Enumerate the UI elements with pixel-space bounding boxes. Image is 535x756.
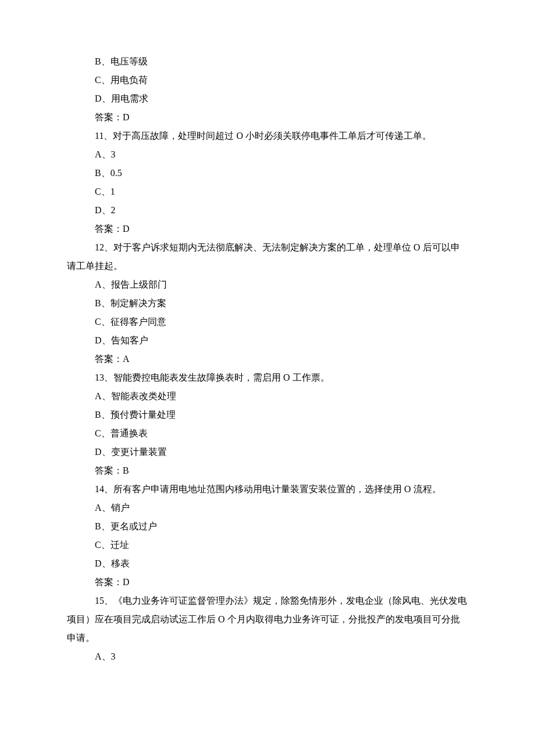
text-line: 答案：D: [67, 573, 468, 592]
text-line: 答案：A: [67, 350, 468, 368]
text-line: C、1: [67, 182, 468, 201]
text-line: B、更名或过户: [67, 517, 468, 536]
text-line: 11、对于高压故障，处理时间超过 O 小时必须关联停电事件工单后才可传递工单。: [67, 127, 468, 145]
text-line: A、3: [67, 647, 468, 666]
text-line: C、用电负荷: [67, 71, 468, 89]
text-line: A、3: [67, 145, 468, 164]
text-line: D、变更计量装置: [67, 443, 468, 461]
text-line: B、电压等级: [67, 52, 468, 71]
text-line: A、销户: [67, 499, 468, 517]
text-line: D、2: [67, 201, 468, 220]
text-line: D、移表: [67, 554, 468, 573]
text-line: C、普通换表: [67, 424, 468, 443]
document-body: B、电压等级C、用电负荷D、用电需求答案：D11、对于高压故障，处理时间超过 O…: [67, 52, 468, 666]
text-line: 13、智能费控电能表发生故障换表时，需启用 O 工作票。: [67, 368, 468, 387]
text-line: 15、《电力业务许可证监督管理办法》规定，除豁免情形外，发电企业（除风电、光伏发…: [67, 592, 468, 647]
text-line: D、用电需求: [67, 89, 468, 108]
text-line: C、迁址: [67, 536, 468, 554]
text-line: B、0.5: [67, 164, 468, 182]
text-line: D、告知客户: [67, 331, 468, 350]
text-line: 答案：D: [67, 108, 468, 127]
text-line: C、征得客户同意: [67, 313, 468, 331]
text-line: 12、对于客户诉求短期内无法彻底解决、无法制定解决方案的工单，处理单位 O 后可…: [67, 238, 468, 275]
text-line: 14、所有客户申请用电地址范围内移动用电计量装置安装位置的，选择使用 O 流程。: [67, 480, 468, 499]
text-line: 答案：D: [67, 220, 468, 238]
text-line: A、报告上级部门: [67, 275, 468, 294]
text-line: B、制定解决方案: [67, 294, 468, 313]
text-line: B、预付费计量处理: [67, 406, 468, 424]
text-line: 答案：B: [67, 461, 468, 480]
text-line: A、智能表改类处理: [67, 387, 468, 406]
